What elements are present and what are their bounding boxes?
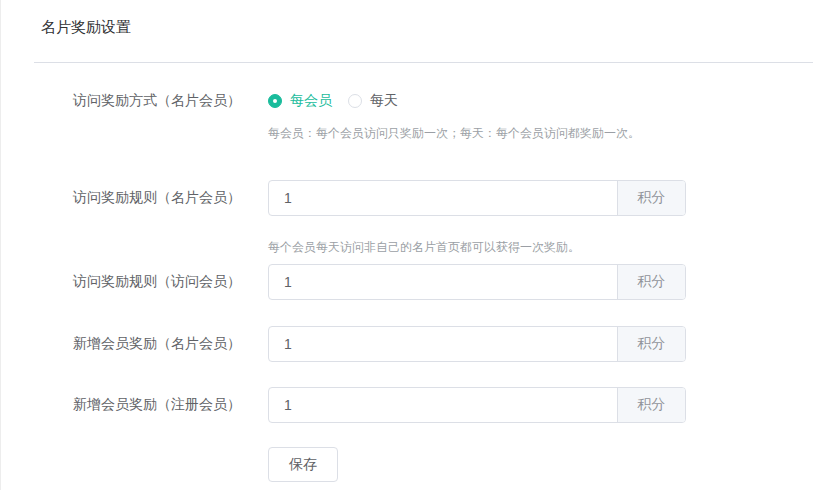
new-member-reward-card-label: 新增会员奖励（名片会员） — [73, 335, 268, 353]
card-reward-settings-page: 名片奖励设置 访问奖励方式（名片会员） 每会员 每天 每会员：每个会员访问只奖励… — [1, 18, 820, 482]
new-member-reward-register-input[interactable] — [269, 388, 617, 422]
form-row-new-member-reward-register: 新增会员奖励（注册会员） 积分 — [73, 387, 820, 423]
save-button[interactable]: 保存 — [268, 447, 338, 482]
radio-per-member[interactable]: 每会员 — [268, 92, 332, 110]
points-unit-addon: 积分 — [617, 327, 685, 361]
new-member-reward-card-input[interactable] — [269, 327, 617, 361]
new-member-reward-card-input-group: 积分 — [268, 326, 686, 362]
radio-per-day[interactable]: 每天 — [348, 92, 398, 110]
form-row-visit-reward-visitor: 访问奖励规则（访问会员） 积分 — [73, 264, 820, 300]
points-unit-addon: 积分 — [617, 181, 685, 215]
save-row: 保存 — [268, 447, 820, 482]
radio-per-member-label: 每会员 — [290, 92, 332, 110]
form-row-visit-reward-mode: 访问奖励方式（名片会员） 每会员 每天 — [73, 92, 820, 110]
points-unit-addon: 积分 — [617, 265, 685, 299]
visit-reward-mode-helper-text: 每会员：每个会员访问只奖励一次；每天：每个会员访问都奖励一次。 — [268, 125, 820, 142]
visit-reward-mode-label: 访问奖励方式（名片会员） — [73, 92, 268, 110]
visit-reward-visitor-helper-text: 每个会员每天访问非自己的名片首页都可以获得一次奖励。 — [268, 239, 820, 256]
visit-reward-visitor-label: 访问奖励规则（访问会员） — [73, 273, 268, 291]
radio-unchecked-icon — [348, 94, 362, 108]
visit-reward-card-member-input-group: 积分 — [268, 180, 686, 216]
points-unit-addon: 积分 — [617, 388, 685, 422]
radio-per-day-label: 每天 — [370, 92, 398, 110]
divider — [34, 62, 813, 63]
radio-checked-icon — [268, 94, 282, 108]
page-title: 名片奖励设置 — [41, 18, 820, 37]
new-member-reward-register-label: 新增会员奖励（注册会员） — [73, 396, 268, 414]
visit-reward-visitor-input[interactable] — [269, 265, 617, 299]
visit-reward-visitor-input-group: 积分 — [268, 264, 686, 300]
visit-reward-card-member-input[interactable] — [269, 181, 617, 215]
new-member-reward-register-input-group: 积分 — [268, 387, 686, 423]
visit-reward-card-member-label: 访问奖励规则（名片会员） — [73, 189, 268, 207]
form-row-visit-reward-card-member: 访问奖励规则（名片会员） 积分 — [73, 180, 820, 216]
visit-reward-mode-radio-group: 每会员 每天 — [268, 92, 398, 110]
form-row-new-member-reward-card: 新增会员奖励（名片会员） 积分 — [73, 326, 820, 362]
